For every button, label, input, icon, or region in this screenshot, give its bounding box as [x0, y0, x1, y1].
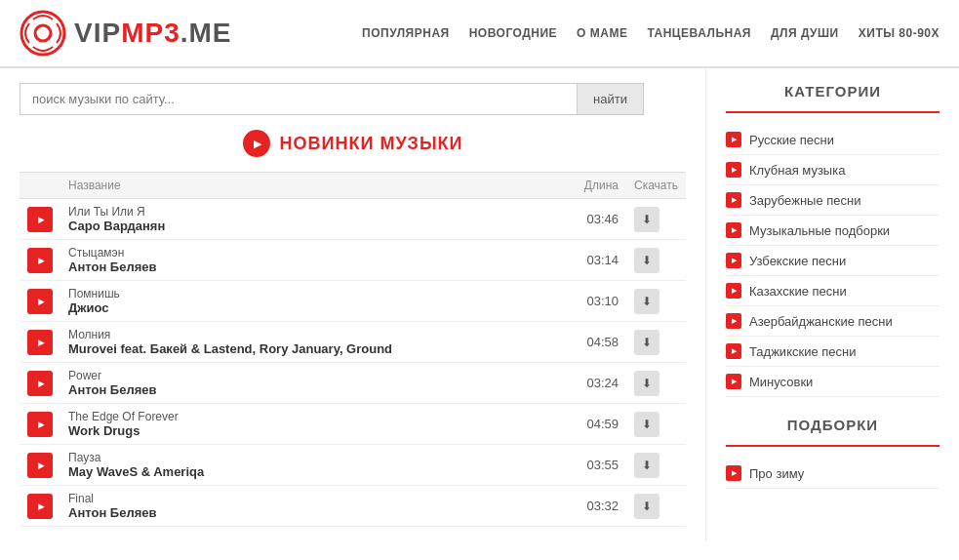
category-label: Узбекские песни: [749, 254, 846, 268]
track-info: Power Антон Беляев: [60, 363, 568, 404]
category-label: Таджикские песни: [749, 344, 856, 359]
sidebar-item-category[interactable]: Зарубежные песни: [726, 185, 939, 216]
track-artist: Work Drugs: [68, 423, 560, 438]
section-title-text: НОВИНКИ МУЗЫКИ: [280, 134, 463, 154]
track-info: Молния Murovei feat. Бакей & Lastend, Ro…: [60, 322, 568, 363]
track-artist: Антон Беляев: [68, 505, 560, 520]
track-artist: Джиос: [68, 300, 560, 315]
sidebar-item-category[interactable]: Клубная музыка: [726, 155, 939, 185]
logo-me: .ME: [180, 18, 232, 48]
sidebar-item-category[interactable]: Азербайджанские песни: [726, 306, 939, 337]
svg-point-1: [35, 25, 51, 41]
track-info: Final Антон Беляев: [60, 486, 568, 527]
sidebar: КАТЕГОРИИ Русские песни Клубная музыка З…: [705, 68, 959, 541]
collections-title: ПОДБОРКИ: [726, 417, 939, 433]
track-duration: 03:46: [568, 199, 626, 240]
table-row: Final Антон Беляев 03:32: [20, 486, 686, 527]
track-title: Final: [68, 492, 560, 505]
play-button[interactable]: [27, 371, 53, 396]
sidebar-item-category[interactable]: Таджикские песни: [726, 337, 939, 367]
logo-icon: [20, 10, 66, 57]
play-button[interactable]: [27, 453, 53, 478]
download-button[interactable]: [634, 330, 659, 355]
col-play: [20, 173, 60, 199]
play-button[interactable]: [27, 248, 53, 273]
arrow-icon: [726, 253, 741, 268]
main-nav: ПОПУЛЯРНАЯ НОВОГОДНИЕ О МАМЕ ТАНЦЕВАЛЬНА…: [362, 26, 939, 40]
track-duration: 03:10: [568, 281, 626, 322]
track-artist: Антон Беляев: [68, 382, 560, 397]
play-button[interactable]: [27, 289, 53, 314]
collection-label: Про зиму: [749, 466, 804, 481]
categories-title: КАТЕГОРИИ: [726, 83, 939, 100]
arrow-icon: [726, 162, 741, 178]
table-row: The Edge Of Forever Work Drugs 04:59: [20, 404, 686, 445]
sidebar-item-collection[interactable]: Про зиму: [726, 459, 939, 489]
logo: VIPMP3.ME: [20, 10, 232, 57]
download-button[interactable]: [634, 494, 659, 519]
nav-newyear[interactable]: НОВОГОДНИЕ: [469, 26, 557, 40]
search-bar: найти: [20, 83, 644, 115]
nav-popular[interactable]: ПОПУЛЯРНАЯ: [362, 26, 450, 40]
col-duration: Длина: [568, 173, 626, 199]
table-header-row: Название Длина Скачать: [20, 173, 686, 199]
track-info: The Edge Of Forever Work Drugs: [60, 404, 568, 445]
arrow-icon: [726, 132, 741, 147]
nav-mom[interactable]: О МАМЕ: [577, 26, 627, 40]
arrow-icon: [726, 222, 741, 238]
play-button[interactable]: [27, 330, 53, 355]
category-label: Азербайджанские песни: [749, 314, 893, 329]
track-title: Молния: [68, 328, 560, 341]
categories-list: Русские песни Клубная музыка Зарубежные …: [726, 125, 939, 397]
download-button[interactable]: [634, 207, 659, 232]
nav-dance[interactable]: ТАНЦЕВАЛЬНАЯ: [647, 26, 751, 40]
play-button[interactable]: [27, 412, 53, 437]
table-row: Помнишь Джиос 03:10: [20, 281, 686, 322]
nav-hits[interactable]: ХИТЫ 80-90Х: [859, 26, 939, 40]
nav-soul[interactable]: ДЛЯ ДУШИ: [771, 26, 839, 40]
track-title: Или Ты Или Я: [68, 205, 560, 219]
main-container: найти НОВИНКИ МУЗЫКИ Название Длина Скач…: [0, 68, 959, 541]
content-area: найти НОВИНКИ МУЗЫКИ Название Длина Скач…: [0, 68, 705, 541]
track-title: Power: [68, 369, 560, 382]
track-info: Или Ты Или Я Саро Варданян: [60, 199, 568, 240]
category-label: Казахские песни: [749, 284, 847, 299]
category-label: Клубная музыка: [749, 163, 845, 178]
table-row: Power Антон Беляев 03:24: [20, 363, 686, 404]
sidebar-item-category[interactable]: Минусовки: [726, 367, 939, 397]
sidebar-item-category[interactable]: Казахские песни: [726, 276, 939, 306]
download-button[interactable]: [634, 289, 659, 314]
col-name: Название: [60, 173, 568, 199]
download-button[interactable]: [634, 453, 659, 478]
search-button[interactable]: найти: [577, 84, 643, 114]
track-title: Стыцамэн: [68, 246, 560, 260]
sidebar-item-category[interactable]: Музыкальные подборки: [726, 216, 939, 246]
section-title-bar: НОВИНКИ МУЗЫКИ: [20, 130, 686, 157]
track-info: Помнишь Джиос: [60, 281, 568, 322]
track-artist: May WaveS & Ameriqa: [68, 464, 560, 479]
play-button[interactable]: [27, 207, 53, 232]
track-table: Название Длина Скачать Или Ты Или Я Саро…: [20, 172, 686, 527]
sidebar-item-category[interactable]: Узбекские песни: [726, 246, 939, 276]
sidebar-item-category[interactable]: Русские песни: [726, 125, 939, 155]
download-button[interactable]: [634, 371, 659, 396]
track-artist: Murovei feat. Бакей & Lastend, Rory Janu…: [68, 341, 560, 356]
track-title: Помнишь: [68, 287, 560, 300]
svg-point-0: [21, 12, 64, 55]
track-info: Пауза May WaveS & Ameriqa: [60, 445, 568, 486]
download-button[interactable]: [634, 248, 659, 273]
play-icon: [243, 130, 270, 157]
logo-text: VIPMP3.ME: [74, 18, 232, 49]
table-row: Молния Murovei feat. Бакей & Lastend, Ro…: [20, 322, 686, 363]
track-title: The Edge Of Forever: [68, 410, 560, 423]
play-button[interactable]: [27, 494, 53, 519]
arrow-icon: [726, 465, 741, 481]
search-input[interactable]: [20, 84, 577, 114]
arrow-icon: [726, 192, 741, 208]
download-button[interactable]: [634, 412, 659, 437]
track-title: Пауза: [68, 451, 560, 464]
category-label: Русские песни: [749, 133, 834, 147]
table-row: Пауза May WaveS & Ameriqa 03:55: [20, 445, 686, 486]
collections-list: Про зиму: [726, 459, 939, 489]
track-duration: 03:32: [568, 486, 626, 527]
